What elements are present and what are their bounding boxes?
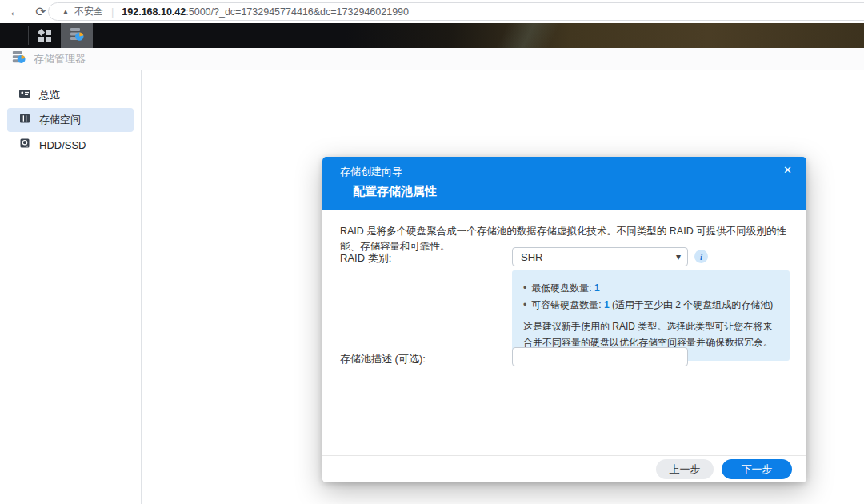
- pool-description-label: 存储池描述 (可选):: [340, 352, 426, 366]
- storage-creation-wizard-dialog: 存储创建向导 ✕ 配置存储池属性 RAID 是将多个硬盘聚合成一个存储池的数据存…: [322, 157, 806, 482]
- sidebar-item-label: 存储空间: [39, 113, 81, 127]
- sidebar-item-hdd-ssd[interactable]: HDD/SSD: [7, 133, 134, 157]
- sidebar-item-overview[interactable]: 总览: [7, 83, 134, 107]
- storage-manager-icon: [11, 50, 26, 68]
- min-disk-count-value: 1: [594, 282, 600, 294]
- address-bar[interactable]: ▲ 不安全 | 192.168.10.42 :5000/?_dc=1732945…: [48, 2, 864, 21]
- browser-toolbar: ← ⟳ ▲ 不安全 | 192.168.10.42 :5000/?_dc=173…: [0, 0, 864, 23]
- address-divider: |: [111, 6, 114, 18]
- close-icon[interactable]: ✕: [783, 164, 792, 176]
- sidebar-item-label: 总览: [39, 88, 60, 102]
- info-icon[interactable]: i: [694, 250, 708, 263]
- dialog-step-title: 配置存储池属性: [353, 184, 437, 199]
- sidebar-item-label: HDD/SSD: [39, 139, 86, 151]
- window-titlebar: 存储管理器: [0, 48, 864, 70]
- sidebar: 总览 存储空间 HDD/SSD: [0, 70, 142, 504]
- storage-manager-icon: [69, 26, 85, 46]
- min-disk-count-row: •最低硬盘数量: 1: [523, 280, 778, 297]
- dsm-taskbar: [0, 23, 864, 48]
- raid-type-label: RAID 类别:: [340, 251, 391, 266]
- dialog-footer: 上一步 下一步: [322, 455, 806, 482]
- pool-description-input[interactable]: [512, 347, 688, 366]
- chevron-down-icon: ▾: [676, 251, 681, 262]
- apps-grid-icon: [38, 30, 51, 42]
- url-query: :5000/?_dc=1732945774416&dc=173294602199…: [186, 6, 409, 18]
- security-warning-icon: ▲: [62, 7, 70, 16]
- overview-icon: [18, 87, 31, 103]
- bullet-icon: •: [523, 299, 526, 310]
- fault-tolerance-row: •可容错硬盘数量: 1 (适用于至少由 2 个硬盘组成的存储池): [523, 297, 778, 314]
- storage-space-icon: [18, 112, 31, 128]
- security-warning-label[interactable]: 不安全: [74, 5, 103, 18]
- url-host: 192.168.10.42: [122, 6, 186, 18]
- raid-type-select[interactable]: SHR ▾: [512, 247, 688, 266]
- window-title: 存储管理器: [34, 52, 86, 66]
- fault-tolerance-note: (适用于至少由 2 个硬盘组成的存储池): [612, 299, 773, 310]
- dialog-header: 存储创建向导 ✕ 配置存储池属性: [322, 157, 806, 210]
- hdd-icon: [18, 137, 31, 153]
- back-icon[interactable]: ←: [5, 2, 26, 22]
- sidebar-item-storage-space[interactable]: 存储空间: [7, 108, 134, 132]
- previous-step-button[interactable]: 上一步: [656, 459, 714, 479]
- storage-manager-task-button[interactable]: [61, 23, 93, 48]
- raid-type-value: SHR: [521, 251, 542, 263]
- main-menu-button[interactable]: [29, 23, 61, 48]
- dialog-body: RAID 是将多个硬盘聚合成一个存储池的数据存储虚拟化技术。不同类型的 RAID…: [322, 210, 806, 455]
- dialog-title: 存储创建向导: [340, 165, 402, 179]
- next-step-button[interactable]: 下一步: [722, 459, 792, 479]
- raid-recommendation-text: 这是建议新手使用的 RAID 类型。选择此类型可让您在将来合并不同容量的硬盘以优…: [523, 319, 778, 351]
- bullet-icon: •: [523, 282, 526, 294]
- fault-tolerance-value: 1: [604, 299, 610, 310]
